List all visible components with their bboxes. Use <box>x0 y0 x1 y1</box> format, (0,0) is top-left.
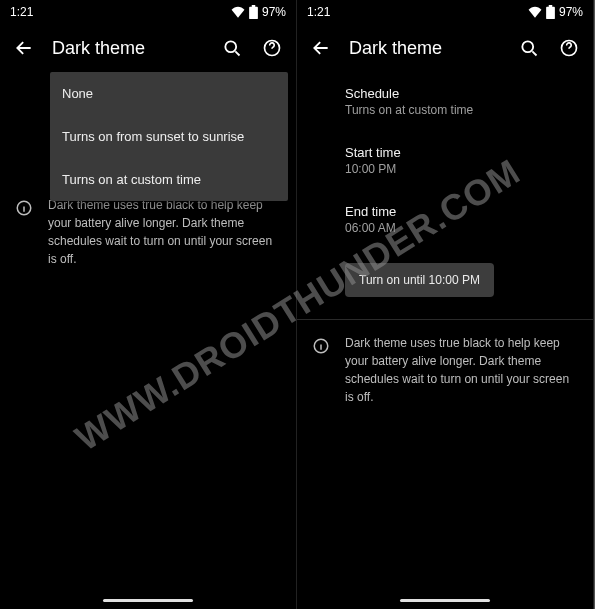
setting-label: Schedule <box>345 86 575 101</box>
setting-label: End time <box>345 204 575 219</box>
page-title: Dark theme <box>349 38 501 59</box>
popup-option-custom[interactable]: Turns on at custom time <box>50 158 288 201</box>
phone-left: 1:21 97% Dark theme <box>0 0 297 609</box>
info-text: Dark theme uses true black to help keep … <box>345 334 577 406</box>
schedule-popup: None Turns on from sunset to sunrise Tur… <box>50 72 288 201</box>
setting-end-time[interactable]: End time 06:00 AM <box>297 190 593 249</box>
wifi-icon <box>528 6 542 18</box>
status-time: 1:21 <box>10 5 33 19</box>
phone-right: 1:21 97% Dark theme <box>297 0 594 609</box>
search-icon[interactable] <box>517 36 541 60</box>
nav-handle[interactable] <box>103 599 193 602</box>
nav-bar <box>297 591 593 609</box>
page-title: Dark theme <box>52 38 204 59</box>
nav-bar <box>0 591 296 609</box>
setting-value: 10:00 PM <box>345 162 575 176</box>
setting-schedule[interactable]: Schedule Turns on at custom time <box>297 72 593 131</box>
turn-on-until-button[interactable]: Turn on until 10:00 PM <box>345 263 494 297</box>
help-icon[interactable] <box>557 36 581 60</box>
status-time: 1:21 <box>307 5 330 19</box>
nav-handle[interactable] <box>400 599 490 602</box>
help-icon[interactable] <box>260 36 284 60</box>
info-row: Dark theme uses true black to help keep … <box>297 320 593 420</box>
info-icon <box>311 336 331 356</box>
battery-icon <box>249 5 258 19</box>
setting-value: 06:00 AM <box>345 221 575 235</box>
svg-point-3 <box>522 41 533 52</box>
app-bar: Dark theme <box>297 24 593 72</box>
setting-label: Start time <box>345 145 575 160</box>
popup-option-sunset[interactable]: Turns on from sunset to sunrise <box>50 115 288 158</box>
status-battery: 97% <box>262 5 286 19</box>
wifi-icon <box>231 6 245 18</box>
setting-start-time[interactable]: Start time 10:00 PM <box>297 131 593 190</box>
popup-option-none[interactable]: None <box>50 72 288 115</box>
back-icon[interactable] <box>309 36 333 60</box>
status-bar: 1:21 97% <box>0 0 296 24</box>
info-text: Dark theme uses true black to help keep … <box>48 196 280 268</box>
svg-point-0 <box>225 41 236 52</box>
back-icon[interactable] <box>12 36 36 60</box>
battery-icon <box>546 5 555 19</box>
status-battery: 97% <box>559 5 583 19</box>
info-icon <box>14 198 34 218</box>
status-bar: 1:21 97% <box>297 0 593 24</box>
app-bar: Dark theme <box>0 24 296 72</box>
search-icon[interactable] <box>220 36 244 60</box>
setting-value: Turns on at custom time <box>345 103 575 117</box>
